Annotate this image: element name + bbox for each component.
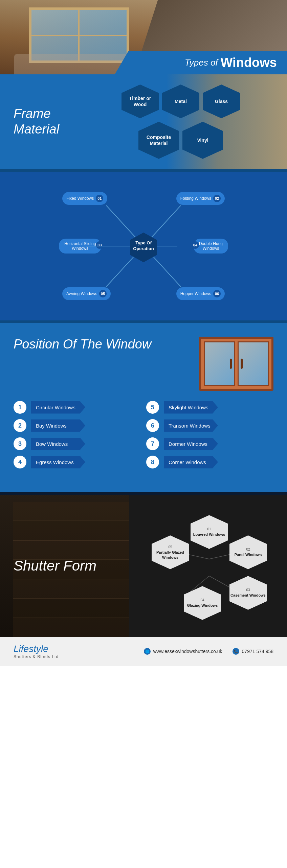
- window-handle-left: [230, 359, 232, 369]
- frame-hex-timber: Timber or Wood: [122, 85, 159, 118]
- divider-2: [0, 320, 287, 323]
- pos-item-2: 2 Bay Windows: [14, 419, 141, 432]
- pos-label-5: Skylight Windows: [164, 401, 218, 414]
- pos-item-4: 4 Egress Windows: [14, 456, 141, 468]
- divider-3: [0, 492, 287, 495]
- frame-hex-row-1: Timber or Wood Metal Glass: [122, 85, 240, 118]
- shutter-section: Shutter Form 01 Louvred Windows 02 Panel…: [0, 495, 287, 637]
- frame-hex-metal: Metal: [162, 85, 199, 118]
- hero-types-label: Types of: [185, 57, 218, 68]
- footer-contact-area: 🌐 www.essexwindowshutters.co.uk 📞 07971 …: [144, 648, 273, 655]
- pos-num-8: 8: [146, 456, 159, 468]
- pos-num-5: 5: [146, 401, 159, 414]
- footer-brand-sub: Shutters & Blinds Ltd: [14, 654, 59, 659]
- phone-icon: 📞: [233, 648, 239, 655]
- footer-section: Lifestyle Shutters & Blinds Ltd 🌐 www.es…: [0, 637, 287, 666]
- window-handle-right: [241, 359, 243, 369]
- frame-hexagons-container: Timber or Wood Metal Glass Composite Mat…: [74, 78, 287, 166]
- footer-logo-area: Lifestyle Shutters & Blinds Ltd: [14, 644, 59, 659]
- footer-phone-item: 📞 07971 574 958: [233, 648, 273, 655]
- pos-label-2: Bay Windows: [31, 419, 85, 432]
- pos-num-6: 6: [146, 419, 159, 432]
- frame-hex-row-2: Composite Material Vinyl: [138, 122, 223, 159]
- footer-brand: Lifestyle: [14, 644, 59, 654]
- operation-diagram: Type Of Operation Fixed Windows 01 02 Fo…: [59, 189, 228, 304]
- shutter-title: Shutter Form: [14, 557, 145, 574]
- shutter-title-area: Shutter Form: [14, 557, 145, 574]
- pos-item-3: 3 Bow Windows: [14, 437, 141, 450]
- frame-hex-glass: Glass: [203, 85, 240, 118]
- window-pane-left: [204, 341, 235, 386]
- frame-title-area: Frame Material: [0, 96, 74, 147]
- pos-label-1: Circular Windows: [31, 401, 85, 414]
- pos-num-7: 7: [146, 437, 159, 450]
- pos-item-8: 8 Corner Windows: [146, 456, 273, 468]
- pos-num-2: 2: [14, 419, 26, 432]
- window-illustration: [199, 337, 273, 391]
- pos-item-5: 5 Skylight Windows: [146, 401, 273, 414]
- pos-label-7: Dormer Windows: [164, 438, 218, 450]
- footer-phone: 07971 574 958: [242, 649, 273, 654]
- pos-item-1: 1 Circular Windows: [14, 401, 141, 414]
- footer-website-item: 🌐 www.essexwindowshutters.co.uk: [144, 648, 222, 655]
- hero-title-banner: Types of Windows: [115, 51, 287, 74]
- shutter-diagram: 01 Louvred Windows 02 Panel Windows 03 C…: [145, 508, 273, 623]
- position-top-row: Position Of The Window: [14, 337, 273, 391]
- pos-item-6: 6 Transom Windows: [146, 419, 273, 432]
- frame-hex-vinyl: Vinyl: [182, 122, 223, 159]
- pos-label-3: Bow Windows: [31, 438, 85, 450]
- hero-section: Types of Windows: [0, 0, 287, 74]
- hero-windows-label: Windows: [221, 55, 277, 70]
- pos-label-8: Corner Windows: [164, 456, 218, 468]
- footer-website: www.essexwindowshutters.co.uk: [153, 649, 222, 654]
- window-pane-right: [238, 341, 269, 386]
- pos-num-3: 3: [14, 437, 26, 450]
- pos-num-1: 1: [14, 401, 26, 414]
- divider-1: [0, 169, 287, 172]
- frame-hex-composite: Composite Material: [138, 122, 179, 159]
- frame-title: Frame Material: [14, 106, 68, 137]
- pos-item-7: 7 Dormer Windows: [146, 437, 273, 450]
- pos-label-6: Transom Windows: [164, 419, 218, 432]
- frame-section: Frame Material Timber or Wood Metal Glas…: [0, 74, 287, 169]
- position-grid: 1 Circular Windows 5 Skylight Windows 2 …: [14, 401, 273, 468]
- position-title: Position Of The Window: [14, 337, 189, 352]
- operation-section: Type Of Operation Fixed Windows 01 02 Fo…: [0, 172, 287, 320]
- pos-num-4: 4: [14, 456, 26, 468]
- globe-icon: 🌐: [144, 648, 151, 655]
- operation-center-label: Type Of Operation: [130, 240, 157, 252]
- pos-label-4: Egress Windows: [31, 456, 85, 468]
- position-section: Position Of The Window 1 Circular Window…: [0, 323, 287, 492]
